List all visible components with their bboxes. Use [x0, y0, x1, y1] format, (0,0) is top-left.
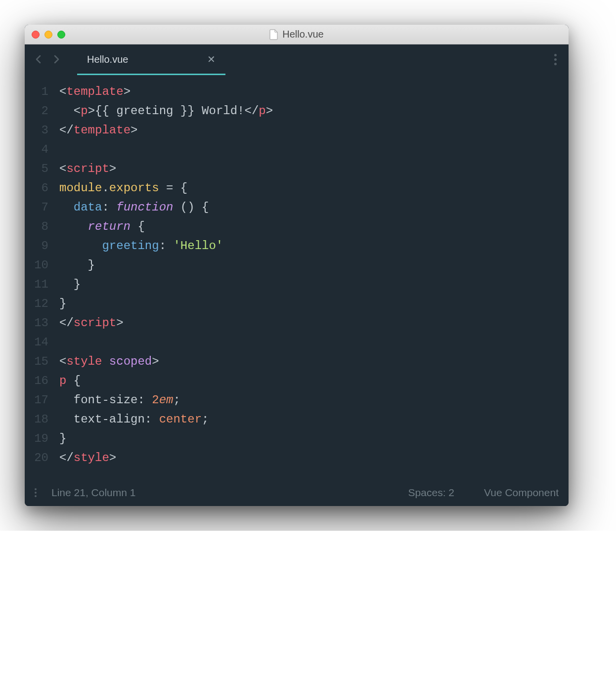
- line-number: 2: [25, 101, 48, 121]
- status-more-icon[interactable]: [35, 488, 37, 497]
- code-line[interactable]: data: function () {: [59, 198, 273, 217]
- window-controls: [32, 31, 65, 39]
- close-window-button[interactable]: [32, 31, 40, 39]
- code-line[interactable]: <template>: [59, 82, 273, 101]
- code-line[interactable]: p {: [59, 371, 273, 390]
- code-line[interactable]: return {: [59, 217, 273, 236]
- code-line[interactable]: </style>: [59, 448, 273, 467]
- code-line[interactable]: }: [59, 275, 273, 294]
- indent-setting[interactable]: Spaces: 2: [408, 487, 454, 499]
- code-line[interactable]: }: [59, 294, 273, 313]
- file-icon: [269, 29, 278, 40]
- window-title-text: Hello.vue: [282, 29, 323, 40]
- line-number-gutter: 1234567891011121314151617181920: [25, 82, 59, 467]
- code-line[interactable]: </script>: [59, 313, 273, 333]
- line-number: 1: [25, 82, 48, 101]
- line-number: 20: [25, 448, 48, 467]
- line-number: 4: [25, 140, 48, 159]
- code-editor[interactable]: 1234567891011121314151617181920 <templat…: [25, 74, 569, 479]
- editor-window: Hello.vue Hello.vue ✕ 123456789101112131…: [25, 25, 569, 506]
- line-number: 6: [25, 178, 48, 198]
- line-number: 11: [25, 275, 48, 294]
- code-line[interactable]: font-size: 2em;: [59, 390, 273, 410]
- more-menu-icon[interactable]: [554, 54, 557, 65]
- nav-arrows: [33, 53, 62, 65]
- line-number: 14: [25, 333, 48, 352]
- code-line[interactable]: <p>{{ greeting }} World!</p>: [59, 101, 273, 121]
- nav-forward-icon[interactable]: [50, 53, 62, 65]
- code-line[interactable]: text-align: center;: [59, 410, 273, 429]
- code-line[interactable]: </template>: [59, 121, 273, 140]
- window-title: Hello.vue: [25, 29, 569, 40]
- line-number: 17: [25, 390, 48, 410]
- code-line[interactable]: greeting: 'Hello': [59, 236, 273, 255]
- maximize-window-button[interactable]: [57, 31, 65, 39]
- line-number: 13: [25, 313, 48, 333]
- line-number: 9: [25, 236, 48, 255]
- line-number: 15: [25, 352, 48, 371]
- code-line[interactable]: [59, 140, 273, 159]
- line-number: 5: [25, 159, 48, 178]
- language-mode[interactable]: Vue Component: [484, 487, 559, 499]
- line-number: 7: [25, 198, 48, 217]
- code-line[interactable]: <style scoped>: [59, 352, 273, 371]
- tab-bar: Hello.vue ✕: [25, 44, 569, 74]
- line-number: 8: [25, 217, 48, 236]
- code-line[interactable]: <script>: [59, 159, 273, 178]
- line-number: 10: [25, 255, 48, 275]
- nav-back-icon[interactable]: [33, 53, 44, 65]
- minimize-window-button[interactable]: [44, 31, 52, 39]
- tab-close-icon[interactable]: ✕: [207, 53, 216, 65]
- tab-label: Hello.vue: [87, 54, 128, 65]
- line-number: 18: [25, 410, 48, 429]
- code-line[interactable]: }: [59, 429, 273, 448]
- code-line[interactable]: module.exports = {: [59, 178, 273, 198]
- cursor-position[interactable]: Line 21, Column 1: [51, 487, 135, 499]
- titlebar: Hello.vue: [25, 25, 569, 44]
- line-number: 16: [25, 371, 48, 390]
- code-line[interactable]: }: [59, 255, 273, 275]
- line-number: 12: [25, 294, 48, 313]
- code-line[interactable]: [59, 333, 273, 352]
- line-number: 3: [25, 121, 48, 140]
- tab-hello-vue[interactable]: Hello.vue ✕: [77, 44, 225, 74]
- code-area[interactable]: <template> <p>{{ greeting }} World!</p><…: [59, 82, 273, 467]
- line-number: 19: [25, 429, 48, 448]
- status-bar: Line 21, Column 1 Spaces: 2 Vue Componen…: [25, 479, 569, 506]
